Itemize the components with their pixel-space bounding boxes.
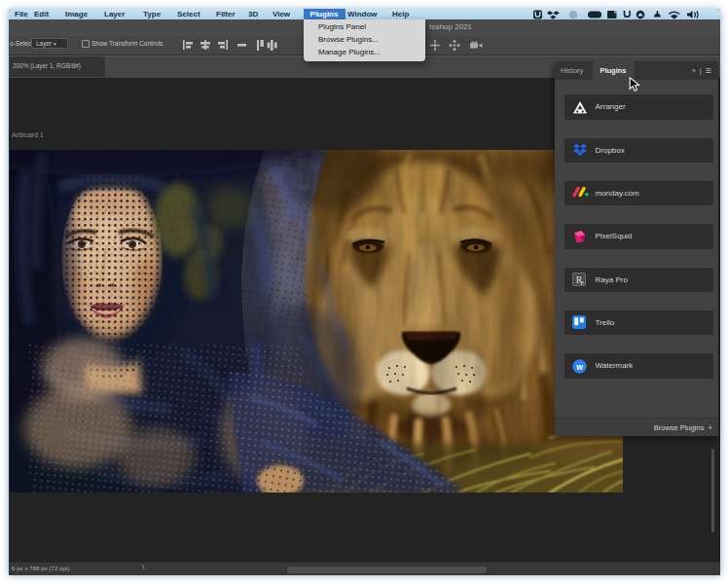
svg-text:w: w xyxy=(575,361,583,371)
svg-text:p: p xyxy=(580,278,584,286)
